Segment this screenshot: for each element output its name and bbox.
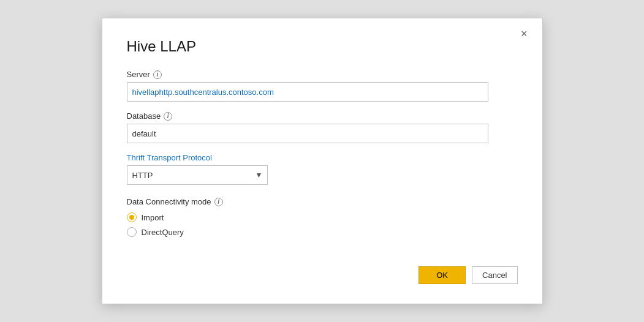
thrift-label: Thrift Transport Protocol: [127, 153, 518, 162]
connectivity-info-icon[interactable]: i: [214, 198, 223, 206]
import-radio-inner: [129, 215, 134, 220]
database-field-group: Database i: [127, 111, 518, 143]
thrift-field-group: Thrift Transport Protocol HTTP Binary SA…: [127, 153, 518, 185]
thrift-select[interactable]: HTTP Binary SASL: [127, 165, 268, 185]
ok-button[interactable]: OK: [419, 266, 466, 284]
directquery-radio-label: DirectQuery: [142, 228, 184, 237]
database-input[interactable]: [127, 124, 488, 143]
cancel-button[interactable]: Cancel: [472, 266, 517, 284]
database-label: Database i: [127, 111, 518, 121]
import-radio-outer: [127, 212, 137, 222]
connectivity-label: Data Connectivity mode i: [127, 197, 518, 206]
close-button[interactable]: ×: [517, 27, 531, 40]
dialog-footer: OK Cancel: [127, 266, 518, 284]
connectivity-section: Data Connectivity mode i Import DirectQu…: [127, 197, 518, 237]
import-radio-item[interactable]: Import: [127, 212, 518, 222]
import-radio-label: Import: [142, 213, 164, 222]
server-info-icon[interactable]: i: [153, 70, 162, 79]
server-field-group: Server i: [127, 70, 518, 102]
server-label: Server i: [127, 70, 518, 79]
directquery-radio-item[interactable]: DirectQuery: [127, 227, 518, 237]
connectivity-radio-group: Import DirectQuery: [127, 212, 518, 237]
database-info-icon[interactable]: i: [164, 112, 172, 121]
server-input[interactable]: [127, 82, 488, 102]
dialog-title: Hive LLAP: [127, 38, 518, 55]
thrift-select-wrapper: HTTP Binary SASL ▼: [127, 165, 268, 185]
hive-llap-dialog: × Hive LLAP Server i Database i Thrift T…: [102, 18, 543, 304]
directquery-radio-outer: [127, 227, 137, 237]
